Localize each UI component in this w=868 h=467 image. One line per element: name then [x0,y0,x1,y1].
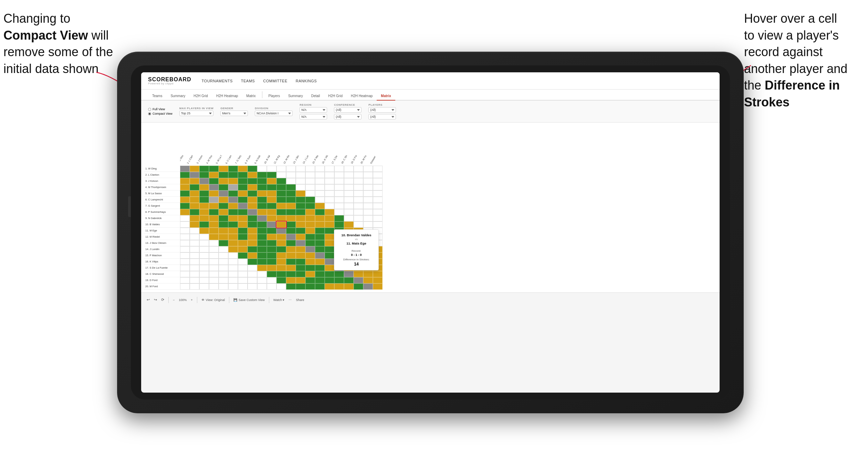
cell-9-11[interactable] [276,215,286,221]
cell-19-13[interactable] [296,277,305,283]
tab-summary[interactable]: Summary [166,92,189,101]
cell-16-15[interactable] [315,259,325,265]
cell-11-5[interactable] [219,228,228,234]
cell-6-2[interactable] [190,197,199,203]
cell-15-7[interactable] [238,252,248,259]
cell-9-3[interactable] [199,215,209,221]
cell-4-15[interactable] [315,184,325,190]
cell-7-11[interactable] [276,203,286,209]
cell-20-13[interactable] [296,283,305,290]
cell-18-15[interactable] [315,271,325,277]
cell-3-7[interactable] [238,178,248,184]
cell-17-8[interactable] [248,265,257,271]
cell-13-5[interactable] [219,240,228,246]
cell-11-15[interactable] [315,228,325,234]
cell-17-12[interactable] [286,265,296,271]
cell-18-1[interactable] [180,271,190,277]
cell-8-1[interactable] [180,209,190,215]
cell-3-12[interactable] [286,178,296,184]
cell-6-15[interactable] [315,197,325,203]
cell-19-18[interactable] [344,277,354,283]
filter-region-select2[interactable]: N/A [300,114,327,120]
cell-13-9[interactable] [257,240,267,246]
cell-5-21[interactable] [373,190,383,197]
cell-19-7[interactable] [238,277,248,283]
cell-20-16[interactable] [325,283,334,290]
cell-20-18[interactable] [344,283,354,290]
cell-14-4[interactable] [209,246,219,252]
cell-12-8[interactable] [248,234,257,240]
cell-3-16[interactable] [325,178,334,184]
cell-13-15[interactable] [315,240,325,246]
cell-2-17[interactable] [334,172,344,178]
cell-1-8[interactable] [248,166,257,172]
cell-11-2[interactable] [190,228,199,234]
cell-8-18[interactable] [344,209,354,215]
cell-6-16[interactable] [325,197,334,203]
cell-4-11[interactable] [276,184,286,190]
cell-1-18[interactable] [344,166,354,172]
cell-8-5[interactable] [219,209,228,215]
cell-16-4[interactable] [209,259,219,265]
cell-16-6[interactable] [228,259,238,265]
cell-14-16[interactable] [325,246,334,252]
cell-17-1[interactable] [180,265,190,271]
radio-full-view[interactable]: Full View [148,107,172,111]
cell-4-2[interactable] [190,184,199,190]
cell-10-12[interactable] [286,221,296,228]
cell-6-17[interactable] [334,197,344,203]
cell-12-7[interactable] [238,234,248,240]
cell-18-10[interactable] [267,271,276,277]
cell-10-4[interactable] [209,221,219,228]
cell-5-2[interactable] [190,190,199,197]
cell-2-10[interactable] [267,172,276,178]
cell-13-4[interactable] [209,240,219,246]
cell-16-7[interactable] [238,259,248,265]
cell-17-9[interactable] [257,265,267,271]
cell-20-12[interactable] [286,283,296,290]
cell-8-10[interactable] [267,209,276,215]
cell-7-5[interactable] [219,203,228,209]
cell-2-4[interactable] [209,172,219,178]
cell-11-3[interactable] [199,228,209,234]
toolbar-share[interactable]: Share [296,298,304,302]
cell-20-14[interactable] [305,283,315,290]
cell-10-18[interactable] [344,221,354,228]
cell-10-7[interactable] [238,221,248,228]
cell-19-3[interactable] [199,277,209,283]
cell-1-1[interactable] [180,166,190,172]
cell-6-6[interactable] [228,197,238,203]
cell-17-6[interactable] [228,265,238,271]
cell-4-8[interactable] [248,184,257,190]
cell-12-13[interactable] [296,234,305,240]
cell-5-8[interactable] [248,190,257,197]
cell-9-1[interactable] [180,215,190,221]
cell-2-20[interactable] [363,172,373,178]
cell-5-9[interactable] [257,190,267,197]
cell-4-13[interactable] [296,184,305,190]
cell-5-10[interactable] [267,190,276,197]
cell-5-18[interactable] [344,190,354,197]
cell-7-16[interactable] [325,203,334,209]
cell-13-10[interactable] [267,240,276,246]
cell-7-3[interactable] [199,203,209,209]
cell-5-1[interactable] [180,190,190,197]
cell-9-12[interactable] [286,215,296,221]
cell-10-8[interactable] [248,221,257,228]
cell-19-19[interactable] [354,277,363,283]
cell-5-17[interactable] [334,190,344,197]
cell-20-8[interactable] [248,283,257,290]
cell-14-14[interactable] [305,246,315,252]
cell-15-1[interactable] [180,252,190,259]
cell-18-7[interactable] [238,271,248,277]
cell-2-12[interactable] [286,172,296,178]
cell-2-8[interactable] [248,172,257,178]
cell-13-12[interactable] [286,240,296,246]
cell-1-5[interactable] [219,166,228,172]
cell-18-14[interactable] [305,271,315,277]
cell-7-19[interactable] [354,203,363,209]
cell-18-12[interactable] [286,271,296,277]
cell-8-9[interactable] [257,209,267,215]
cell-3-17[interactable] [334,178,344,184]
cell-12-9[interactable] [257,234,267,240]
